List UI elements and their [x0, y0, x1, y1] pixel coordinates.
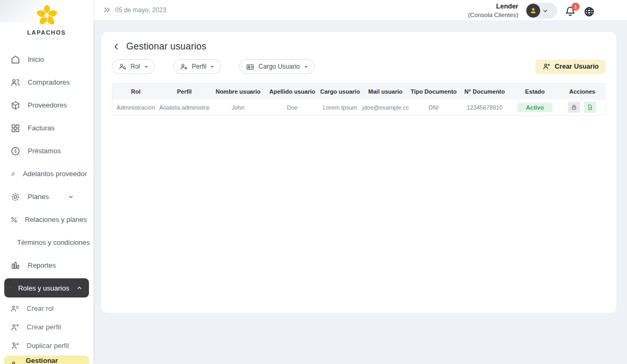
- account-menu-button[interactable]: [525, 3, 557, 19]
- sidebar-nav: Inicio Compradores Proveedores Facturas: [0, 48, 93, 364]
- caret-down-icon: [304, 64, 308, 69]
- buyers-icon: [10, 77, 21, 88]
- sidebar-item-adelantos-proveedor[interactable]: Adelantos proveedor: [0, 162, 93, 185]
- column-header: Cargo usuario: [318, 88, 362, 95]
- chevron-down-icon: [68, 194, 74, 200]
- svg-text:$: $: [14, 148, 17, 154]
- chevron-left-icon: [112, 42, 121, 51]
- sidebar-item-label: Reportes: [28, 261, 56, 269]
- filter-label: Perfil: [192, 63, 206, 70]
- page-header: Gestionar usuarios: [112, 41, 606, 52]
- filter-perfil[interactable]: Perfil: [173, 59, 221, 74]
- sidebar-item-label: Inicio: [28, 55, 44, 63]
- back-button[interactable]: [112, 42, 121, 51]
- bar-chart-icon: [10, 260, 21, 271]
- filter-cargo-usuario[interactable]: Cargo Usuario: [239, 59, 314, 74]
- users-table: Rol Perfil Nombre usuario Apellido usuar…: [112, 83, 606, 115]
- sidebar-item-terminos-y-condiciones[interactable]: Términos y condiciones: [0, 231, 93, 254]
- filter-rol[interactable]: Rol: [112, 59, 155, 74]
- sidebar-subitem-crear-perfil[interactable]: Crear perfil: [0, 318, 93, 336]
- account-info: Lender (Consola Clientes): [468, 3, 518, 19]
- sidebar-item-relaciones-y-planes[interactable]: Relaciones y planes: [0, 208, 93, 231]
- percent-icon: [10, 214, 18, 225]
- cell-cargo: Lorem Ipsum: [318, 104, 362, 111]
- caret-down-icon: [210, 64, 215, 69]
- user-avatar-icon: [529, 6, 538, 15]
- column-header: Mail usuario: [362, 88, 409, 95]
- package-icon: [10, 100, 21, 111]
- filter-label: Cargo Usuario: [258, 63, 299, 70]
- user-search-icon: [118, 62, 127, 71]
- cell-nombre: John: [209, 104, 266, 111]
- column-header: N° Documento: [459, 88, 510, 95]
- lock-user-button[interactable]: [568, 102, 580, 113]
- cell-num-documento: 12345678910: [459, 104, 510, 111]
- globe-icon: [583, 6, 595, 18]
- sidebar-item-label: Compradores: [28, 78, 70, 86]
- sidebar-item-label: Términos y condiciones: [17, 238, 90, 246]
- sidebar-item-planes[interactable]: Planes: [0, 185, 93, 208]
- sidebar-subitem-label: Duplicar perfil: [27, 342, 69, 350]
- sidebar-item-label: Proveedores: [28, 101, 67, 109]
- sidebar-item-facturas[interactable]: Facturas: [0, 117, 93, 139]
- sidebar-item-prestamos[interactable]: $ Préstamos: [0, 139, 93, 162]
- language-button[interactable]: [583, 6, 595, 18]
- sidebar-item-compradores[interactable]: Compradores: [0, 71, 93, 94]
- user-plus-icon: [10, 283, 11, 293]
- chevron-up-icon: [76, 285, 83, 291]
- sidebar-item-label: Relaciones y planes: [25, 216, 87, 224]
- sidebar-item-proveedores[interactable]: Proveedores: [0, 94, 93, 117]
- column-header: Estado: [510, 88, 559, 95]
- sidebar-subitem-duplicar-perfil[interactable]: Duplicar perfil: [0, 336, 93, 355]
- sidebar: LAPACHOS LENDING Inicio Compradores Prov…: [0, 0, 94, 364]
- sidebar-subitem-crear-rol[interactable]: Crear rol: [0, 299, 93, 318]
- sidebar-item-label: Préstamos: [28, 147, 61, 155]
- sidebar-item-label: Facturas: [28, 124, 55, 132]
- create-user-button[interactable]: Crear Usuario: [535, 60, 606, 74]
- user-list-icon: [10, 304, 20, 313]
- sidebar-item-roles-y-usuarios[interactable]: Roles y usuarios: [4, 278, 89, 297]
- column-header: Apellido usuario: [267, 88, 318, 95]
- sidebar-subitem-gestionar-usuarios[interactable]: Gestionar usuarios: [4, 355, 89, 364]
- logo-subtitle: LENDING: [0, 37, 93, 40]
- column-header: Tipo Documento: [409, 88, 459, 95]
- flower-logo-icon: [34, 3, 60, 29]
- sidebar-item-label: Adelantos proveedor: [23, 170, 87, 178]
- gear-icon: [10, 192, 21, 202]
- logo-title: LAPACHOS: [0, 29, 93, 36]
- table-row: Administración Analista administrativo J…: [112, 100, 605, 115]
- notifications-button[interactable]: 1: [564, 5, 576, 18]
- home-icon: [10, 54, 21, 65]
- column-header: Perfil: [159, 88, 209, 95]
- sidebar-item-inicio[interactable]: Inicio: [0, 48, 93, 71]
- account-name: Lender: [468, 3, 518, 11]
- cell-estado: Activo: [510, 103, 559, 112]
- sidebar-item-label: Roles y usuarios: [18, 284, 69, 292]
- filters-row: Rol Perfil Cargo Usuario: [112, 59, 606, 74]
- topbar-actions: Lender (Consola Clientes) 1: [468, 3, 595, 19]
- account-subtitle: (Consola Clientes): [468, 11, 518, 19]
- double-chevron-icon[interactable]: [103, 6, 111, 14]
- cell-apellido: Doe: [267, 104, 318, 111]
- sidebar-subitem-label: Crear rol: [27, 304, 54, 312]
- cell-rol: Administración: [112, 104, 159, 111]
- grid-icon: [10, 123, 21, 134]
- validate-document-button[interactable]: [584, 102, 596, 113]
- document-check-icon: [587, 104, 593, 111]
- avatar: [526, 4, 540, 18]
- lock-icon: [571, 104, 577, 111]
- notification-badge: 1: [572, 3, 580, 11]
- user-gear-icon: [10, 360, 19, 364]
- chevron-down-icon: [542, 8, 548, 14]
- current-date: 05 de mayo, 2023: [115, 6, 166, 14]
- column-header: Acciones: [559, 88, 605, 95]
- content-card: Gestionar usuarios Rol Perfil: [101, 32, 616, 313]
- column-header: Nombre usuario: [209, 88, 266, 95]
- filter-label: Rol: [131, 63, 140, 70]
- sidebar-subitem-label: Gestionar usuarios: [26, 357, 83, 364]
- sidebar-item-reportes[interactable]: Reportes: [0, 254, 93, 277]
- id-card-icon: [246, 62, 255, 71]
- status-badge: Activo: [517, 103, 552, 112]
- cell-perfil: Analista administrativo: [159, 104, 209, 111]
- user-gear-icon: [180, 62, 188, 71]
